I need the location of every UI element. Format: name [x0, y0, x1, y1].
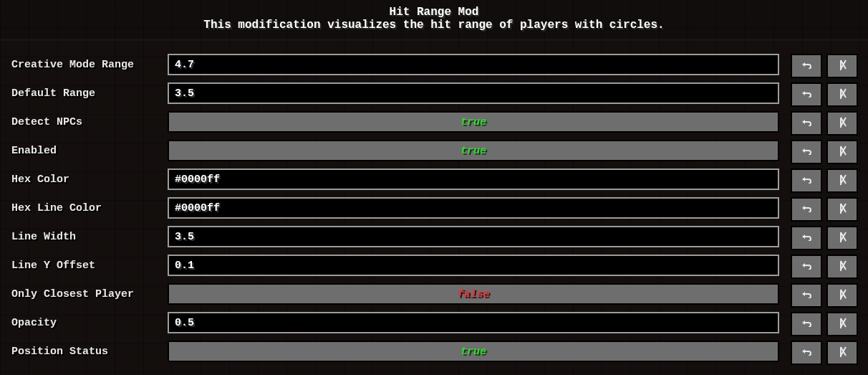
- undo-button[interactable]: [791, 197, 822, 222]
- undo-button[interactable]: [791, 82, 822, 107]
- config-row: Enabledtrue: [10, 140, 858, 161]
- undo-icon: [801, 260, 812, 273]
- reset-icon: [837, 231, 847, 246]
- reset-icon: [837, 346, 847, 361]
- undo-button[interactable]: [791, 283, 822, 308]
- config-text-input[interactable]: [168, 197, 779, 219]
- undo-button[interactable]: [791, 140, 822, 164]
- undo-button[interactable]: [791, 255, 822, 279]
- reset-button[interactable]: [826, 255, 858, 279]
- reset-button[interactable]: [826, 54, 858, 78]
- mod-subtitle: This modification visualizes the hit ran…: [0, 19, 868, 32]
- reset-button[interactable]: [826, 82, 858, 107]
- config-control: [168, 82, 779, 104]
- reset-icon: [837, 260, 847, 275]
- config-label: Line Y Offset: [10, 255, 168, 276]
- undo-icon: [801, 117, 812, 130]
- config-label: Detect NPCs: [10, 111, 168, 133]
- reset-icon: [837, 174, 847, 189]
- config-label: Hex Line Color: [10, 197, 168, 219]
- toggle-value: false: [457, 288, 489, 300]
- config-label: Enabled: [10, 140, 168, 161]
- config-control: true: [168, 341, 779, 362]
- config-control: [168, 255, 779, 276]
- undo-icon: [801, 289, 812, 302]
- undo-button[interactable]: [791, 312, 822, 336]
- config-row: Line Y Offset: [10, 255, 858, 276]
- reset-button[interactable]: [826, 168, 858, 193]
- config-label: Creative Mode Range: [10, 54, 168, 75]
- config-control: [168, 168, 779, 190]
- config-control: false: [168, 283, 779, 305]
- config-row: Opacity: [10, 312, 858, 333]
- toggle-value: true: [460, 116, 486, 128]
- reset-button[interactable]: [826, 140, 858, 164]
- reset-button[interactable]: [826, 283, 858, 308]
- config-row: Only Closest Playerfalse: [10, 283, 858, 305]
- config-label: Line Width: [10, 226, 168, 247]
- config-row: Hex Color: [10, 168, 858, 190]
- config-text-input[interactable]: [168, 255, 779, 276]
- undo-icon: [801, 203, 812, 216]
- undo-button[interactable]: [791, 341, 822, 365]
- undo-icon: [801, 232, 812, 245]
- config-toggle[interactable]: true: [168, 341, 779, 362]
- config-control: [168, 197, 779, 219]
- reset-icon: [837, 87, 847, 103]
- config-row: Position Statustrue: [10, 341, 858, 362]
- config-label: Only Closest Player: [10, 283, 168, 305]
- config-label: Default Range: [10, 82, 168, 104]
- config-text-input[interactable]: [168, 312, 779, 333]
- config-control: [168, 54, 779, 75]
- undo-button[interactable]: [791, 226, 822, 250]
- undo-icon: [801, 318, 812, 331]
- toggle-value: true: [460, 145, 486, 157]
- reset-button[interactable]: [826, 197, 858, 222]
- config-toggle[interactable]: true: [168, 111, 779, 133]
- reset-icon: [837, 202, 847, 217]
- config-toggle[interactable]: true: [168, 140, 779, 161]
- config-row: Detect NPCstrue: [10, 111, 858, 133]
- undo-button[interactable]: [791, 111, 822, 136]
- config-control: [168, 226, 779, 247]
- config-text-input[interactable]: [168, 82, 779, 104]
- config-row: Creative Mode Range: [10, 54, 858, 75]
- config-text-input[interactable]: [168, 226, 779, 247]
- config-toggle[interactable]: false: [168, 283, 779, 305]
- config-label: Opacity: [10, 312, 168, 333]
- reset-icon: [837, 59, 847, 74]
- reset-icon: [837, 288, 847, 303]
- config-row: Line Width: [10, 226, 858, 247]
- config-label: Hex Color: [10, 168, 168, 190]
- reset-button[interactable]: [826, 111, 858, 136]
- toggle-value: true: [460, 346, 486, 358]
- undo-button[interactable]: [791, 168, 822, 193]
- undo-icon: [801, 146, 812, 158]
- config-text-input[interactable]: [168, 54, 779, 75]
- config-control: [168, 312, 779, 333]
- undo-button[interactable]: [791, 54, 822, 78]
- undo-icon: [801, 60, 812, 72]
- reset-icon: [837, 116, 847, 131]
- config-text-input[interactable]: [168, 168, 779, 190]
- reset-icon: [837, 145, 847, 160]
- reset-button[interactable]: [826, 341, 858, 365]
- undo-icon: [801, 346, 812, 359]
- config-label: Position Status: [10, 341, 168, 362]
- config-control: true: [168, 111, 779, 133]
- config-row: Default Range: [10, 82, 858, 104]
- config-header: Hit Range Mod This modification visualiz…: [0, 0, 868, 39]
- mod-title: Hit Range Mod: [0, 6, 868, 19]
- reset-icon: [837, 317, 847, 332]
- config-control: true: [168, 140, 779, 161]
- reset-button[interactable]: [826, 226, 858, 250]
- reset-button[interactable]: [826, 312, 858, 336]
- config-list: Creative Mode RangeDefault RangeDetect N…: [0, 41, 868, 375]
- undo-icon: [801, 174, 812, 187]
- undo-icon: [801, 88, 812, 101]
- config-row: Hex Line Color: [10, 197, 858, 219]
